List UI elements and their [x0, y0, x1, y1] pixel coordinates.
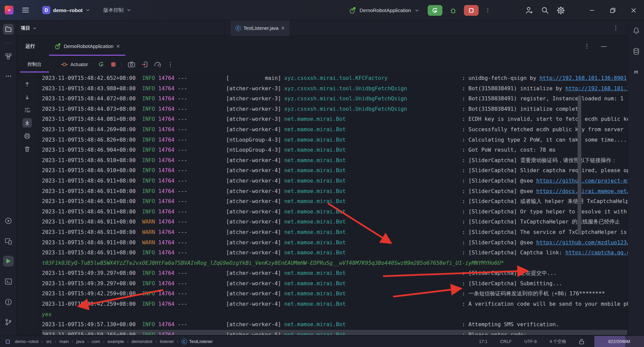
- rerun-icon[interactable]: [98, 61, 105, 68]
- log-text: Bot(3158038491) register, Instance loade…: [469, 95, 624, 102]
- log-link[interactable]: https://github.com/mzdluo123/TxCaptchaHe…: [536, 239, 628, 246]
- maven-tool-icon[interactable]: m: [631, 66, 642, 77]
- close-tab-icon[interactable]: ✕: [116, 44, 120, 49]
- hide-tool-window-icon[interactable]: —: [601, 43, 606, 49]
- clear-all-trash-icon[interactable]: [22, 144, 32, 154]
- indent-setting[interactable]: 4 个空格: [549, 339, 566, 345]
- problems-tool-icon[interactable]: [3, 297, 14, 307]
- breadcrumb-separator-icon: ›: [55, 339, 56, 344]
- vcs-widget[interactable]: 版本控制: [103, 7, 131, 13]
- log-text: [SliderCaptcha] 正在提交中...: [469, 270, 557, 276]
- git-branch-icon[interactable]: [3, 317, 14, 328]
- breadcrumb-item[interactable]: main: [59, 339, 69, 344]
- gauge-meter-icon[interactable]: [154, 61, 161, 68]
- editor-tab-testlistener[interactable]: C TestListener.java ✕: [231, 20, 289, 36]
- log-text: [155, 208, 158, 215]
- window-close-button[interactable]: [623, 0, 644, 20]
- memory-indicator[interactable]: 822/2048M: [594, 336, 644, 347]
- caret-position[interactable]: 17:1: [479, 339, 487, 344]
- log-text: :: [462, 198, 468, 204]
- breadcrumb-item[interactable]: demorobot: [131, 339, 152, 344]
- add-user-icon[interactable]: [525, 6, 534, 14]
- log-text: 2023-11-09T15:48:44.073+08:00: [42, 106, 142, 112]
- scroll-up-icon[interactable]: [22, 80, 32, 89]
- line-separator[interactable]: CRLF: [500, 339, 512, 344]
- log-text: net.mamoe.mirai.Bot: [284, 249, 462, 256]
- close-tab-icon[interactable]: ✕: [281, 26, 285, 31]
- run-tool-icon[interactable]: [3, 256, 14, 266]
- project-widget[interactable]: D demo--robot: [42, 6, 90, 14]
- database-tool-icon[interactable]: [631, 46, 642, 57]
- chevron-down-icon[interactable]: [415, 9, 419, 12]
- log-text: [155, 178, 158, 184]
- log-text: net.mamoe.mirai.Bot: [284, 218, 462, 225]
- project-tool-icon[interactable]: [3, 24, 14, 35]
- vcs-label: 版本控制: [103, 7, 123, 13]
- stop-icon[interactable]: [111, 62, 116, 67]
- project-tool-header[interactable]: 项目: [17, 20, 225, 36]
- window-minimize-button[interactable]: [582, 0, 602, 20]
- editor-tabs-kebab-icon[interactable]: ⋮: [613, 25, 619, 31]
- terminal-tool-icon[interactable]: [3, 276, 14, 287]
- run-more-kebab-icon[interactable]: ⋮: [485, 7, 490, 13]
- breadcrumb-item[interactable]: com: [92, 339, 100, 344]
- console-output[interactable]: 2023-11-09T15:48:42.652+08:00 INFO 14764…: [38, 72, 628, 335]
- soft-wrap-icon[interactable]: [22, 105, 32, 115]
- unlock-icon[interactable]: [579, 339, 584, 344]
- memory-text: 822/2048M: [608, 339, 630, 344]
- thread-dump-camera-icon[interactable]: [128, 61, 135, 67]
- log-text: 2023-11-09T15:48:46.910+08:00: [42, 157, 142, 163]
- breadcrumb-item[interactable]: listener: [160, 339, 174, 344]
- log-text: net.mamoe.mirai.Bot: [284, 301, 462, 307]
- run-tab-demorobotapplication[interactable]: DemoRobotApplication ✕: [49, 36, 125, 56]
- log-link[interactable]: https://docs.mirai.mamoe.net/mirai-login…: [536, 188, 628, 194]
- breadcrumb-item[interactable]: java: [76, 339, 84, 344]
- more-tool-windows-icon[interactable]: [3, 71, 14, 82]
- scroll-down-icon[interactable]: [22, 93, 32, 102]
- main-menu-burger-icon[interactable]: [22, 8, 29, 12]
- run-config-name[interactable]: DemoRobotApplication: [360, 7, 411, 13]
- breadcrumb-item[interactable]: demo--robot: [15, 339, 39, 344]
- console-tab[interactable]: 控制台: [20, 56, 49, 72]
- actuator-tab[interactable]: Actuator: [61, 62, 88, 67]
- log-text: [155, 147, 158, 153]
- log-text: --- [atcher-worker-3]: [174, 106, 284, 112]
- log-text: [155, 167, 158, 174]
- log-link[interactable]: http://192.168.101.136:8901: [566, 85, 628, 92]
- console-vertical-scrollbar[interactable]: [578, 95, 581, 235]
- breadcrumb-item[interactable]: CTestListener: [181, 339, 213, 344]
- notifications-bell-icon[interactable]: [631, 25, 642, 36]
- log-text: [155, 249, 158, 256]
- log-text: 14764: [158, 106, 174, 112]
- log-text: :: [462, 270, 468, 276]
- breadcrumb-item[interactable]: src: [46, 339, 52, 344]
- log-text: WARN: [142, 218, 155, 225]
- log-link[interactable]: http://192.168.101.136:8901: [539, 75, 627, 81]
- search-icon[interactable]: [541, 6, 549, 14]
- debug-button[interactable]: [446, 5, 461, 16]
- exit-icon[interactable]: [141, 61, 148, 68]
- log-text: 2023-11-09T15:49:42.259+08:00: [42, 301, 142, 307]
- run-header-kebab-icon[interactable]: ⋮: [584, 43, 590, 49]
- log-text: :: [462, 229, 468, 235]
- log-text: --- [ntLoopGroup-4-3]: [174, 137, 284, 143]
- scroll-to-end-icon[interactable]: [22, 118, 32, 128]
- log-text: 2023-11-09T15:48:46.911+08:00: [42, 188, 142, 194]
- log-text: :: [462, 178, 468, 184]
- log-text: [155, 157, 158, 163]
- services-tool-icon[interactable]: [3, 215, 14, 226]
- console-more-kebab-icon[interactable]: ⋮: [167, 62, 173, 67]
- settings-gear-icon[interactable]: [556, 6, 565, 15]
- window-restore-button[interactable]: [602, 0, 623, 20]
- file-encoding[interactable]: UTF-8: [524, 339, 537, 344]
- device-manager-icon[interactable]: [3, 236, 14, 247]
- breadcrumb-item[interactable]: example: [107, 339, 124, 344]
- log-text: --- [ntLoopGroup-4-3]: [174, 147, 284, 153]
- structure-tool-icon[interactable]: [3, 51, 14, 62]
- stop-button[interactable]: [464, 5, 479, 16]
- log-text: 14764: [158, 301, 174, 307]
- log-link[interactable]: https://captcha.qq.com/template/wireless…: [566, 249, 628, 256]
- rerun-button[interactable]: [428, 5, 442, 16]
- log-link[interactable]: https://github.com/project-mirai/mirai-l…: [536, 178, 628, 184]
- print-icon[interactable]: [22, 131, 32, 141]
